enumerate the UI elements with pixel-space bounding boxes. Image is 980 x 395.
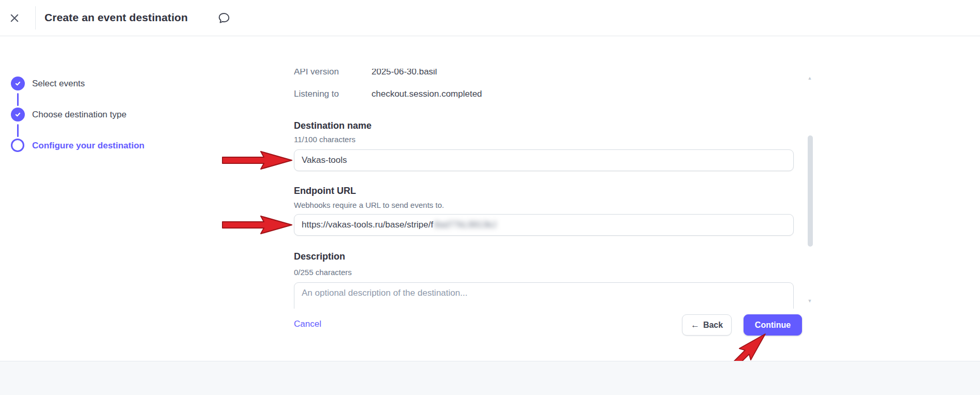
annotation-arrow-endpoint-url — [221, 214, 294, 236]
developers-bottom-bar: Developers — [0, 361, 980, 395]
scroll-down-icon[interactable]: ▼ — [805, 298, 814, 303]
listening-to-value: checkout.session.completed — [372, 89, 482, 99]
scrollbar-thumb[interactable] — [808, 135, 813, 247]
back-arrow-icon: ← — [691, 321, 700, 329]
close-icon[interactable] — [9, 13, 20, 23]
description-clip — [294, 282, 794, 309]
sidebar-step-configure-destination[interactable]: Configure your destination — [32, 139, 144, 153]
meta-row-api-version: API version 2025-06-30.basil — [294, 69, 794, 80]
continue-button-label: Continue — [755, 321, 791, 330]
api-version-label: API version — [294, 69, 339, 77]
description-label: Description — [294, 251, 345, 262]
step-connector — [17, 93, 19, 106]
cancel-link[interactable]: Cancel — [294, 319, 321, 329]
description-counter: 0/255 characters — [294, 268, 352, 277]
back-button-label: Back — [703, 321, 723, 330]
feedback-speech-bubble-icon[interactable] — [217, 11, 231, 25]
destination-name-label: Destination name — [294, 120, 372, 131]
endpoint-url-label: Endpoint URL — [294, 186, 356, 196]
step-complete-icon — [11, 108, 25, 121]
listening-to-label: Listening to — [294, 89, 339, 99]
destination-name-counter: 11/100 characters — [294, 135, 355, 144]
sidebar-step-choose-destination-type[interactable]: Choose destination type — [32, 108, 126, 121]
endpoint-url-redacted-blur: 8ad77kL9913kJ — [434, 220, 496, 230]
scroll-up-icon[interactable]: ▲ — [805, 75, 814, 81]
step-current-icon — [11, 139, 24, 152]
page-title: Create an event destination — [44, 11, 188, 24]
endpoint-url-visible-text: https://vakas-tools.ru/base/stripe/f — [302, 220, 433, 230]
continue-button[interactable]: Continue — [744, 314, 802, 336]
header-divider — [35, 6, 36, 29]
back-button[interactable]: ← Back — [682, 314, 732, 336]
endpoint-url-help: Webhooks require a URL to send events to… — [294, 201, 444, 209]
sidebar-step-select-events[interactable]: Select events — [32, 77, 85, 90]
endpoint-url-input[interactable]: https://vakas-tools.ru/base/stripe/f8ad7… — [294, 214, 794, 236]
step-complete-icon — [11, 77, 25, 90]
destination-name-input[interactable] — [294, 149, 794, 171]
create-event-destination-modal: Create an event destination Select event… — [0, 0, 980, 395]
description-textarea[interactable] — [294, 282, 794, 309]
modal-header: Create an event destination — [0, 0, 980, 36]
step-connector — [17, 124, 19, 137]
api-version-value: 2025-06-30.basil — [372, 69, 437, 77]
annotation-arrow-destination-name — [221, 149, 294, 172]
